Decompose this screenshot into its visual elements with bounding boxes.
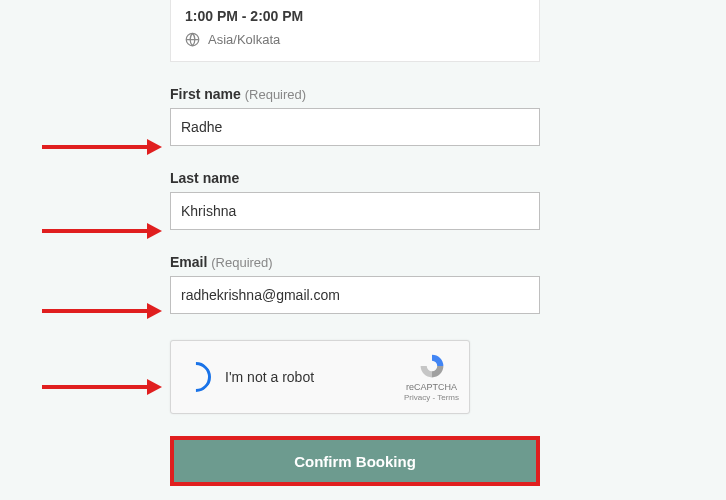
- arrow-annotation-icon: [42, 138, 162, 156]
- time-slot-text: 1:00 PM - 2:00 PM: [185, 8, 525, 24]
- recaptcha-widget[interactable]: I'm not a robot reCAPTCHA Privacy - Term…: [170, 340, 470, 414]
- globe-icon: [185, 32, 200, 47]
- svg-marker-2: [147, 139, 162, 155]
- first-name-label: First name (Required): [170, 86, 540, 102]
- confirm-booking-button[interactable]: Confirm Booking: [174, 440, 536, 482]
- recaptcha-spinner-icon: [175, 356, 217, 398]
- svg-marker-6: [147, 303, 162, 319]
- recaptcha-links: Privacy - Terms: [404, 393, 459, 403]
- recaptcha-label: I'm not a robot: [225, 369, 404, 385]
- svg-marker-4: [147, 223, 162, 239]
- timezone-text: Asia/Kolkata: [208, 32, 280, 47]
- arrow-annotation-icon: [42, 222, 162, 240]
- first-name-input[interactable]: [170, 108, 540, 146]
- recaptcha-brand: reCAPTCHA: [404, 382, 459, 393]
- recaptcha-logo-icon: [417, 352, 447, 380]
- svg-marker-8: [147, 379, 162, 395]
- email-input[interactable]: [170, 276, 540, 314]
- confirm-highlight-box: Confirm Booking: [170, 436, 540, 486]
- last-name-field: Last name: [170, 170, 540, 230]
- time-slot-card: 1:00 PM - 2:00 PM Asia/Kolkata: [170, 0, 540, 62]
- arrow-annotation-icon: [42, 378, 162, 396]
- arrow-annotation-icon: [42, 302, 162, 320]
- last-name-input[interactable]: [170, 192, 540, 230]
- timezone-row: Asia/Kolkata: [185, 32, 525, 47]
- email-label: Email (Required): [170, 254, 540, 270]
- first-name-field: First name (Required): [170, 86, 540, 146]
- last-name-label: Last name: [170, 170, 540, 186]
- recaptcha-badge: reCAPTCHA Privacy - Terms: [404, 352, 459, 402]
- email-field: Email (Required): [170, 254, 540, 314]
